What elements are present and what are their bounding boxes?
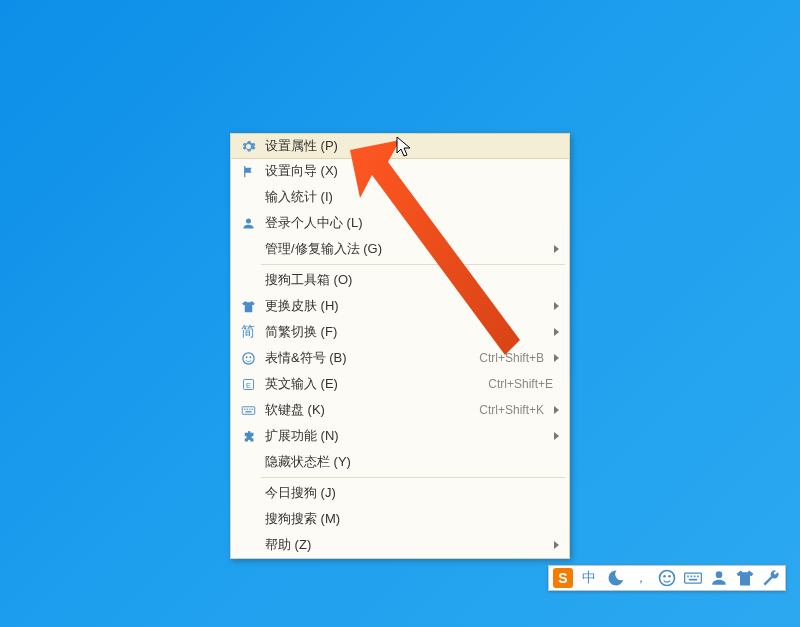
menu-item[interactable]: 扩展功能 (N): [231, 423, 569, 449]
menu-item[interactable]: 今日搜狗 (J): [231, 480, 569, 506]
menu-item[interactable]: 设置属性 (P): [230, 133, 570, 159]
svg-rect-6: [244, 408, 245, 409]
svg-rect-17: [691, 576, 693, 578]
menu-item[interactable]: 搜狗搜索 (M): [231, 506, 569, 532]
svg-rect-8: [249, 408, 250, 409]
menu-item-label: 管理/修复输入法 (G): [265, 240, 550, 258]
user-icon: [239, 214, 257, 232]
menu-item-label: 搜狗工具箱 (O): [265, 271, 559, 289]
svg-point-0: [242, 352, 253, 363]
menu-item-label: 设置向导 (X): [265, 162, 559, 180]
chevron-right-icon: [554, 245, 559, 253]
svg-text:E: E: [245, 380, 250, 389]
e-icon: E: [239, 375, 257, 393]
menu-item-label: 搜狗搜索 (M): [265, 510, 559, 528]
menu-item[interactable]: 登录个人中心 (L): [231, 210, 569, 236]
menu-item[interactable]: 搜狗工具箱 (O): [231, 267, 569, 293]
menu-shortcut: Ctrl+Shift+K: [479, 403, 544, 417]
puzzle-icon: [239, 427, 257, 445]
menu-item-label: 扩展功能 (N): [265, 427, 550, 445]
chevron-right-icon: [554, 354, 559, 362]
svg-point-12: [660, 571, 675, 586]
menu-shortcut: Ctrl+Shift+E: [488, 377, 553, 391]
svg-point-2: [249, 356, 251, 358]
menu-separator: [261, 264, 565, 265]
chevron-right-icon: [554, 541, 559, 549]
blank-icon: [239, 453, 257, 471]
wrench-icon[interactable]: [761, 568, 781, 588]
menu-item-label: 软键盘 (K): [265, 401, 479, 419]
ime-status-bar[interactable]: S中，: [548, 565, 786, 591]
menu-item[interactable]: 软键盘 (K)Ctrl+Shift+K: [231, 397, 569, 423]
keyboard-icon[interactable]: [683, 568, 703, 588]
moon-icon[interactable]: [605, 568, 625, 588]
svg-rect-5: [242, 406, 255, 414]
context-menu: 设置属性 (P)设置向导 (X)输入统计 (I)登录个人中心 (L)管理/修复输…: [230, 133, 570, 559]
chevron-right-icon: [554, 406, 559, 414]
menu-item-label: 隐藏状态栏 (Y): [265, 453, 559, 471]
blank-icon: [239, 510, 257, 528]
smiley-icon: [239, 349, 257, 367]
svg-rect-15: [685, 573, 702, 583]
svg-point-13: [663, 575, 666, 578]
menu-item[interactable]: 更换皮肤 (H): [231, 293, 569, 319]
menu-item[interactable]: E英文输入 (E)Ctrl+Shift+E: [231, 371, 569, 397]
blank-icon: [239, 484, 257, 502]
menu-item-label: 帮助 (Z): [265, 536, 550, 554]
svg-point-1: [245, 356, 247, 358]
menu-item[interactable]: 表情&符号 (B)Ctrl+Shift+B: [231, 345, 569, 371]
blank-icon: [239, 188, 257, 206]
menu-item-label: 英文输入 (E): [265, 375, 488, 393]
keyboard-icon: [239, 401, 257, 419]
punct-indicator[interactable]: ，: [631, 568, 651, 588]
chevron-right-icon: [554, 328, 559, 336]
svg-rect-19: [697, 576, 699, 578]
simp-icon: 简: [239, 323, 257, 341]
menu-separator: [261, 477, 565, 478]
shirt-icon: [239, 297, 257, 315]
flag-icon: [239, 162, 257, 180]
menu-item-label: 更换皮肤 (H): [265, 297, 550, 315]
menu-item[interactable]: 输入统计 (I): [231, 184, 569, 210]
sogou-logo[interactable]: S: [553, 568, 573, 588]
chevron-right-icon: [554, 432, 559, 440]
menu-item[interactable]: 设置向导 (X): [231, 158, 569, 184]
menu-item-label: 简繁切换 (F): [265, 323, 550, 341]
menu-shortcut: Ctrl+Shift+B: [479, 351, 544, 365]
user-icon[interactable]: [709, 568, 729, 588]
menu-item[interactable]: 帮助 (Z): [231, 532, 569, 558]
svg-rect-20: [689, 579, 697, 581]
svg-rect-7: [246, 408, 247, 409]
gear-icon: [239, 137, 257, 155]
menu-item[interactable]: 隐藏状态栏 (Y): [231, 449, 569, 475]
svg-point-14: [668, 575, 671, 578]
menu-item-label: 输入统计 (I): [265, 188, 559, 206]
svg-rect-10: [245, 411, 251, 412]
cn-indicator[interactable]: 中: [579, 568, 599, 588]
svg-rect-16: [687, 576, 689, 578]
menu-item-label: 登录个人中心 (L): [265, 214, 559, 232]
svg-rect-18: [694, 576, 696, 578]
blank-icon: [239, 271, 257, 289]
menu-item-label: 今日搜狗 (J): [265, 484, 559, 502]
emoji-icon[interactable]: [657, 568, 677, 588]
chevron-right-icon: [554, 302, 559, 310]
svg-rect-9: [251, 408, 252, 409]
blank-icon: [239, 240, 257, 258]
menu-item-label: 设置属性 (P): [265, 137, 559, 155]
menu-item-label: 表情&符号 (B): [265, 349, 479, 367]
menu-item[interactable]: 简简繁切换 (F): [231, 319, 569, 345]
skin-icon[interactable]: [735, 568, 755, 588]
menu-item[interactable]: 管理/修复输入法 (G): [231, 236, 569, 262]
blank-icon: [239, 536, 257, 554]
